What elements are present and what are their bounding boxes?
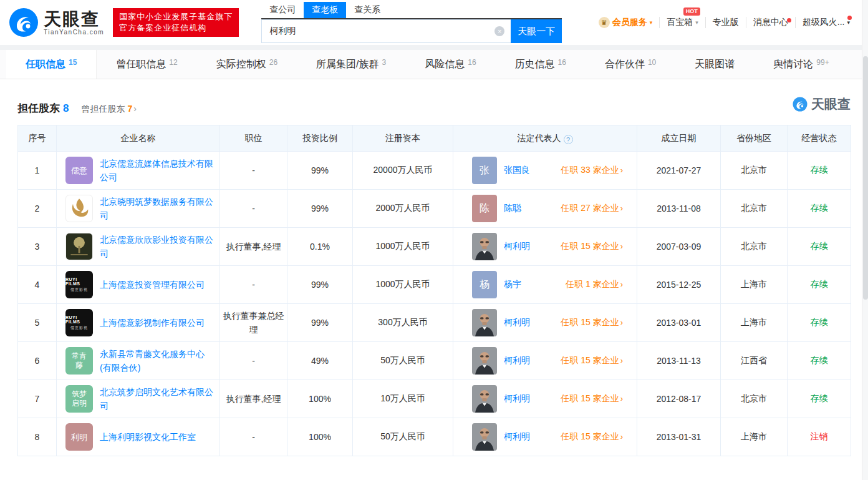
- cell-status: 存续: [788, 380, 851, 418]
- tab-label: 所属集团/族群: [316, 58, 379, 71]
- company-logo[interactable]: 利明: [65, 423, 93, 451]
- tab-0[interactable]: 任职信息15: [6, 50, 97, 79]
- rep-companies-link[interactable]: 任职 1 家企业›: [566, 279, 623, 290]
- company-ruyi-films-logo[interactable]: RUYI FILMS儒意影视: [65, 309, 93, 336]
- company-ruyi-films-logo[interactable]: RUYI FILMS儒意影视: [65, 271, 93, 298]
- legal-rep-cell: 张张国良任职 33 家企业›: [456, 157, 634, 184]
- company-link[interactable]: 上海儒意影视制作有限公司: [100, 316, 205, 330]
- tab-6[interactable]: 合作伙伴10: [586, 50, 675, 79]
- cell-invest-ratio: 99%: [287, 304, 353, 342]
- cell-establish-date: 2015-12-25: [637, 266, 721, 304]
- legal-rep-initial-avatar[interactable]: 张: [472, 157, 497, 184]
- search-tab-1[interactable]: 查老板: [304, 2, 346, 18]
- top-nav-label: 百宝箱: [667, 17, 693, 28]
- company-link[interactable]: 北京晓明筑梦数据服务有限公司: [100, 195, 215, 222]
- former-shareholder-count: 7: [127, 104, 132, 114]
- rep-companies-link[interactable]: 任职 15 家企业›: [561, 241, 623, 252]
- legal-rep-name-link[interactable]: 陈聪: [504, 203, 521, 214]
- tab-label: 任职信息: [26, 58, 65, 71]
- legal-rep-initial-avatar[interactable]: 杨: [472, 271, 497, 298]
- legal-rep-cell: 柯利明任职 15 家企业›: [456, 233, 634, 260]
- company-link[interactable]: 北京筑梦启明文化艺术有限公司: [100, 385, 215, 413]
- cell-row-number: 5: [18, 304, 57, 342]
- brand-logo[interactable]: 天眼查 TianYanCha.com: [9, 7, 104, 37]
- cell-status: 存续: [788, 342, 851, 380]
- cell-registered-capital: 20000万人民币: [353, 152, 453, 190]
- search-button[interactable]: 天眼一下: [511, 19, 562, 43]
- legal-rep-photo-avatar[interactable]: [472, 423, 497, 451]
- cell-region: 上海市: [721, 418, 788, 456]
- legal-rep-name-link[interactable]: 柯利明: [504, 241, 530, 252]
- scrollbar-thumb[interactable]: [863, 56, 868, 300]
- company-link[interactable]: 上海儒意投资管理有限公司: [100, 278, 205, 291]
- tab-1[interactable]: 曾任职信息12: [97, 50, 196, 79]
- tab-3[interactable]: 所属集团/族群3: [297, 50, 405, 79]
- tab-7[interactable]: 天眼图谱: [675, 50, 754, 79]
- position-text: -: [223, 278, 284, 291]
- company-link[interactable]: 上海利明影视文化工作室: [100, 430, 196, 444]
- legal-rep-name-link[interactable]: 柯利明: [504, 317, 530, 328]
- legal-rep-name-link[interactable]: 杨宇: [504, 279, 521, 290]
- cell-invest-ratio: 99%: [287, 152, 353, 190]
- cell-status: 存续: [788, 152, 851, 190]
- help-icon[interactable]: ?: [564, 135, 573, 144]
- top-nav-item-1[interactable]: 百宝箱HOT▾: [659, 17, 705, 28]
- search-tab-2[interactable]: 查关系: [346, 2, 388, 18]
- position-text: 执行董事,经理: [223, 392, 284, 406]
- top-nav-item-2[interactable]: 专业版: [705, 17, 746, 28]
- legal-rep-name-link[interactable]: 柯利明: [504, 355, 530, 366]
- column-header-label: 省份地区: [736, 133, 771, 143]
- search-input[interactable]: [261, 19, 511, 43]
- former-shareholder-link[interactable]: 曾担任股东7›: [81, 104, 136, 115]
- column-header-8: 经营状态: [788, 125, 851, 152]
- cell-row-number: 8: [18, 418, 57, 456]
- legal-rep-photo-avatar[interactable]: [472, 309, 497, 336]
- column-header-6: 成立日期: [637, 125, 721, 152]
- rep-companies-link[interactable]: 任职 27 家企业›: [561, 203, 623, 214]
- rep-companies-link[interactable]: 任职 15 家企业›: [561, 317, 623, 328]
- rep-companies-link[interactable]: 任职 33 家企业›: [561, 165, 623, 176]
- tab-8[interactable]: 舆情讨论99+: [754, 50, 848, 79]
- top-nav-item-4[interactable]: 超级风火...▾: [795, 17, 857, 28]
- chevron-down-icon: ▾: [847, 19, 850, 26]
- legal-rep-initial-avatar[interactable]: 陈: [472, 195, 497, 222]
- top-nav-item-0[interactable]: ♛会员服务▾: [592, 17, 660, 28]
- tab-4[interactable]: 风险信息16: [405, 50, 495, 79]
- top-nav-item-3[interactable]: 消息中心: [746, 17, 795, 28]
- legal-rep-photo-avatar[interactable]: [472, 347, 497, 375]
- rep-companies-link[interactable]: 任职 15 家企业›: [561, 431, 623, 443]
- tab-label: 合作伙伴: [605, 58, 645, 71]
- tab-2[interactable]: 实际控制权26: [197, 50, 297, 79]
- rep-companies-link[interactable]: 任职 15 家企业›: [561, 355, 623, 366]
- tab-label: 风险信息: [425, 58, 465, 71]
- cell-region: 北京市: [721, 152, 788, 190]
- company-logo[interactable]: 常青 藤: [65, 347, 93, 375]
- table-body: 1儒意北京儒意流媒体信息技术有限公司-99%20000万人民币张张国良任职 33…: [18, 152, 851, 456]
- search-tab-0[interactable]: 查公司: [261, 2, 304, 18]
- cell-registered-capital: 1000万人民币: [353, 228, 453, 266]
- scrollbar[interactable]: [862, 0, 868, 480]
- company-link[interactable]: 永新县常青藤文化服务中心 (有限合伙): [100, 347, 215, 375]
- cell-status: 存续: [788, 266, 851, 304]
- legal-rep-photo-avatar[interactable]: [472, 233, 497, 260]
- tab-5[interactable]: 历史信息16: [496, 50, 586, 79]
- cell-invest-ratio: 99%: [287, 190, 353, 228]
- company-link[interactable]: 北京儒意欣欣影业投资有限公司: [100, 233, 215, 260]
- watermark-text: 天眼查: [811, 96, 851, 113]
- legal-rep-photo-avatar[interactable]: [472, 385, 497, 413]
- company-link[interactable]: 北京儒意流媒体信息技术有限公司: [100, 157, 215, 184]
- legal-rep-name-link[interactable]: 张国良: [504, 165, 530, 176]
- company-logo[interactable]: 儒意: [65, 157, 93, 184]
- rep-companies-link[interactable]: 任职 15 家企业›: [561, 393, 623, 404]
- company-gold-phoenix-logo[interactable]: [65, 195, 93, 222]
- column-header-2: 职位: [220, 125, 287, 152]
- legal-rep-name-link[interactable]: 柯利明: [504, 393, 530, 404]
- cell-establish-date: 2013-11-13: [637, 342, 721, 380]
- cell-legal-rep: 陈陈聪任职 27 家企业›: [453, 190, 637, 228]
- legal-rep-name-link[interactable]: 柯利明: [504, 431, 530, 443]
- position-text: 执行董事兼总经理: [223, 309, 284, 336]
- cell-legal-rep: 柯利明任职 15 家企业›: [453, 342, 637, 380]
- company-logo[interactable]: 筑梦 启明: [65, 385, 93, 413]
- company-ruyi-tree-poster-logo[interactable]: [65, 233, 93, 260]
- status-badge: 存续: [811, 203, 828, 213]
